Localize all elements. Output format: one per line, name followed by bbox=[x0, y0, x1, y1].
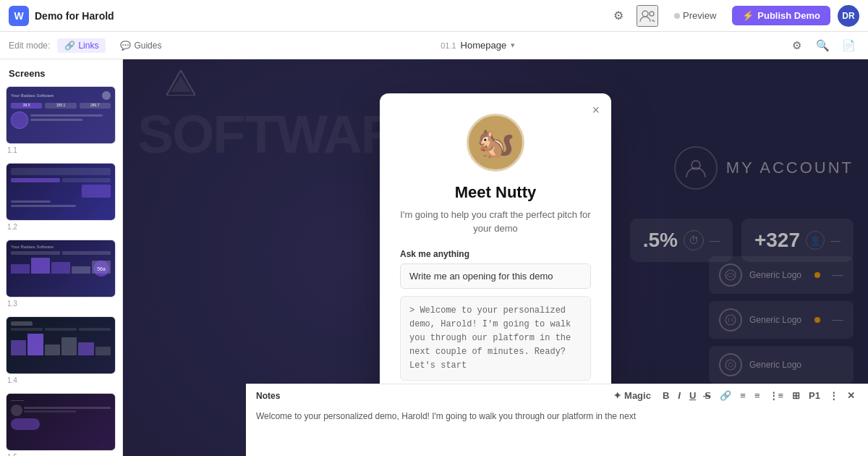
italic-button[interactable]: I bbox=[675, 389, 684, 402]
bullet-button[interactable]: ⋮≡ bbox=[766, 389, 787, 402]
ask-input[interactable] bbox=[400, 263, 591, 289]
publish-icon: ⚡ bbox=[742, 10, 754, 21]
chevron-down-icon[interactable]: ▾ bbox=[511, 41, 515, 50]
guides-tab[interactable]: 💬 Guides bbox=[113, 38, 169, 53]
more-options-button[interactable]: ⋮ bbox=[826, 389, 841, 402]
screen-thumb-3: Your Badass Software 56a bbox=[6, 240, 116, 297]
modal-close-button[interactable]: × bbox=[592, 104, 600, 117]
editbar-right: ⚙ 🔍 📄 bbox=[787, 35, 859, 56]
editbar-center: 01.1 Homepage ▾ bbox=[441, 40, 515, 51]
topbar-right: ⚙ Preview ⚡ Publish Demo DR bbox=[608, 5, 859, 27]
screen-thumb-5: ——— bbox=[6, 393, 116, 451]
notes-header: Notes ✦ Magic B I U S̶ 🔗 ≡ ≡ ⋮≡ ⊞ P1 ⋮ ✕ bbox=[246, 384, 868, 407]
modal-subtitle: I'm going to help you craft the perfect … bbox=[400, 208, 591, 236]
link-button[interactable]: 🔗 bbox=[717, 389, 734, 402]
screen-label-4: 1.4 bbox=[6, 376, 116, 384]
editbar-left: Edit mode: 🔗 Links 💬 Guides bbox=[9, 38, 169, 53]
topbar: W Demo for Harold ⚙ Preview ⚡ Publish De… bbox=[0, 0, 868, 32]
align-button[interactable]: ≡ bbox=[737, 389, 749, 402]
sidebar-title: Screens bbox=[6, 68, 116, 79]
modal-title: Meet Nutty bbox=[400, 183, 591, 202]
screen-item-5[interactable]: ——— 1.5 bbox=[6, 393, 116, 456]
screen-label-3: 1.3 bbox=[6, 300, 116, 308]
settings-icon[interactable]: ⚙ bbox=[608, 5, 629, 27]
screen-item-4[interactable]: 1.4 bbox=[6, 316, 116, 384]
screen-thumb-4 bbox=[6, 316, 116, 374]
app-title: Demo for Harold bbox=[35, 10, 114, 22]
avatar[interactable]: DR bbox=[838, 5, 859, 27]
modal-avatar: 🐿️ bbox=[467, 114, 524, 172]
page-number: 01.1 bbox=[441, 41, 456, 50]
bold-button[interactable]: B bbox=[660, 389, 672, 402]
preview-button[interactable]: Preview bbox=[665, 7, 725, 25]
screen-thumb-2 bbox=[6, 163, 116, 221]
settings-icon[interactable]: ⚙ bbox=[787, 35, 807, 56]
preview-label: Preview bbox=[683, 10, 716, 21]
screen-item-1[interactable]: Your Badass Software 39.5 155.1 280.7 bbox=[6, 86, 116, 154]
collaborators-icon[interactable] bbox=[637, 5, 658, 27]
screen-label-1: 1.1 bbox=[6, 146, 116, 154]
search-icon[interactable]: 🔍 bbox=[813, 35, 833, 56]
screen-label-5: 1.5 bbox=[6, 453, 116, 456]
paragraph-button[interactable]: P1 bbox=[806, 389, 823, 402]
strikethrough-button[interactable]: S̶ bbox=[702, 389, 714, 402]
list-button[interactable]: ≡ bbox=[752, 389, 763, 402]
layers-icon[interactable]: 📄 bbox=[839, 35, 859, 56]
notes-toolbar: ✦ Magic B I U S̶ 🔗 ≡ ≡ ⋮≡ ⊞ P1 ⋮ ✕ bbox=[610, 389, 858, 402]
close-notes-button[interactable]: ✕ bbox=[844, 389, 858, 402]
image-button[interactable]: ⊞ bbox=[789, 389, 803, 402]
links-tab[interactable]: 🔗 Links bbox=[57, 38, 106, 53]
editbar: Edit mode: 🔗 Links 💬 Guides 01.1 Homepag… bbox=[0, 32, 868, 59]
canvas-area: SOFTWARE MY ACCOUNT .5% ⏱ — bbox=[123, 59, 868, 456]
page-name: Homepage bbox=[461, 40, 507, 51]
sidebar: Screens Your Badass Software 39.5 155.1 … bbox=[0, 59, 123, 456]
notes-content: Welcome to your personalized demo, Harol… bbox=[246, 407, 868, 426]
svg-point-1 bbox=[650, 12, 654, 16]
magic-button[interactable]: ✦ Magic bbox=[610, 389, 653, 402]
screen-thumb-1: Your Badass Software 39.5 155.1 280.7 bbox=[6, 86, 116, 144]
preview-dot bbox=[674, 13, 680, 19]
screen-item-2[interactable]: 1.2 bbox=[6, 163, 116, 231]
svg-point-0 bbox=[642, 11, 648, 17]
guides-icon: 💬 bbox=[120, 41, 131, 51]
screen-label-2: 1.2 bbox=[6, 223, 116, 231]
publish-button[interactable]: ⚡ Publish Demo bbox=[732, 6, 830, 25]
app-logo: W bbox=[9, 6, 29, 26]
topbar-left: W Demo for Harold bbox=[9, 6, 114, 26]
nutty-modal: × 🐿️ Meet Nutty I'm going to help you cr… bbox=[380, 93, 611, 423]
main-area: Screens Your Badass Software 39.5 155.1 … bbox=[0, 59, 868, 456]
underline-button[interactable]: U bbox=[686, 389, 699, 402]
ask-label: Ask me anything bbox=[400, 249, 591, 259]
output-text: > Welcome to your personalized demo, Har… bbox=[400, 296, 591, 381]
edit-mode-label: Edit mode: bbox=[9, 41, 50, 51]
notes-bar: Notes ✦ Magic B I U S̶ 🔗 ≡ ≡ ⋮≡ ⊞ P1 ⋮ ✕ bbox=[246, 384, 868, 456]
notes-title: Notes bbox=[256, 391, 280, 401]
screen-item-3[interactable]: Your Badass Software 56a 1.3 bbox=[6, 240, 116, 308]
link-icon: 🔗 bbox=[64, 41, 75, 51]
